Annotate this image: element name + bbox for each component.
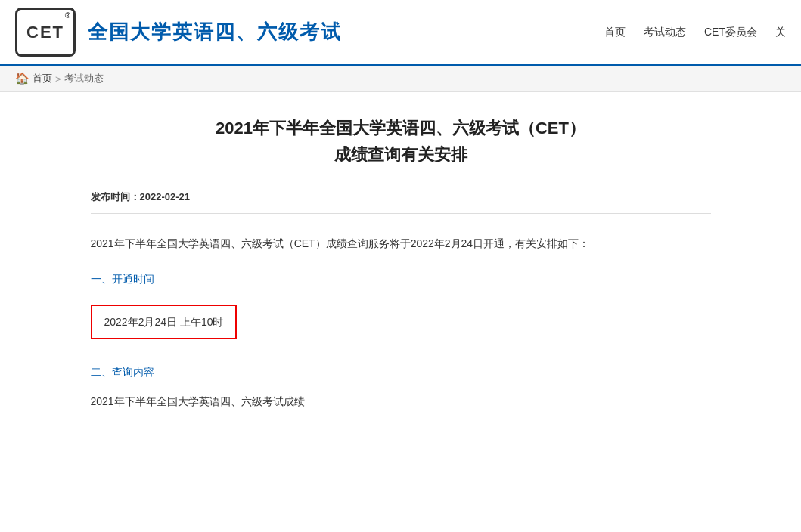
- site-title: 全国大学英语四、六级考试: [88, 19, 342, 45]
- breadcrumb-home[interactable]: 首页: [33, 72, 52, 85]
- intro-text: 2021年下半年全国大学英语四、六级考试（CET）成绩查询服务将于2022年2月…: [91, 234, 711, 254]
- highlight-time: 2022年2月24日 上午10时: [104, 316, 224, 328]
- pub-label: 发布时间：: [91, 191, 140, 203]
- pub-date-value: 2022-02-21: [140, 191, 191, 203]
- section2-content: 2021年下半年全国大学英语四、六级考试成绩: [91, 391, 711, 412]
- highlight-time-box: 2022年2月24日 上午10时: [91, 305, 238, 340]
- nav-more[interactable]: 关: [775, 26, 786, 39]
- main-content: 2021年下半年全国大学英语四、六级考试（CET） 成绩查询有关安排 发布时间：…: [61, 92, 741, 450]
- nav-news[interactable]: 考试动态: [644, 26, 686, 39]
- header: CET 全国大学英语四、六级考试 首页 考试动态 CET委员会 关: [0, 0, 801, 66]
- header-nav: 首页 考试动态 CET委员会 关: [604, 26, 786, 39]
- logo-text: CET: [26, 23, 64, 42]
- home-icon: 🏠: [15, 72, 29, 85]
- article-title-line2: 成绩查询有关安排: [91, 141, 711, 168]
- nav-home[interactable]: 首页: [604, 26, 626, 39]
- breadcrumb: 🏠 首页 > 考试动态: [0, 66, 801, 92]
- nav-committee[interactable]: CET委员会: [704, 26, 757, 39]
- breadcrumb-sep1: >: [55, 73, 61, 85]
- article-title: 2021年下半年全国大学英语四、六级考试（CET） 成绩查询有关安排: [91, 115, 711, 168]
- section2-title: 二、查询内容: [91, 362, 711, 382]
- header-left: CET 全国大学英语四、六级考试: [15, 8, 342, 57]
- breadcrumb-current: 考试动态: [64, 72, 104, 85]
- article-title-line1: 2021年下半年全国大学英语四、六级考试（CET）: [91, 115, 711, 141]
- article-body: 2021年下半年全国大学英语四、六级考试（CET）成绩查询服务将于2022年2月…: [91, 226, 711, 428]
- pub-date: 发布时间：2022-02-21: [91, 190, 711, 214]
- logo: CET: [15, 8, 76, 57]
- section1-title: 一、开通时间: [91, 269, 711, 289]
